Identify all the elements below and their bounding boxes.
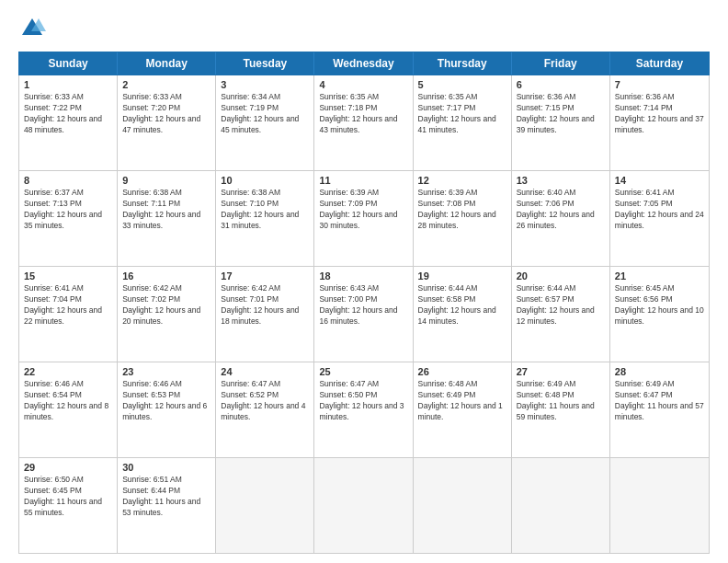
day-number: 19 (418, 270, 506, 282)
cell-info: Sunrise: 6:49 AMSunset: 6:47 PMDaylight:… (615, 379, 704, 423)
day-number: 16 (122, 270, 210, 282)
calendar-cell: 20Sunrise: 6:44 AMSunset: 6:57 PMDayligh… (512, 267, 610, 362)
cell-info: Sunrise: 6:36 AMSunset: 7:14 PMDaylight:… (615, 92, 704, 136)
day-number: 10 (221, 175, 309, 186)
cell-info: Sunrise: 6:37 AMSunset: 7:13 PMDaylight:… (24, 188, 112, 232)
cell-info: Sunrise: 6:46 AMSunset: 6:53 PMDaylight:… (122, 379, 210, 423)
day-number: 30 (122, 462, 210, 473)
cell-info: Sunrise: 6:42 AMSunset: 7:02 PMDaylight:… (122, 283, 210, 327)
calendar-cell: 13Sunrise: 6:40 AMSunset: 7:06 PMDayligh… (512, 171, 610, 266)
calendar-week-3: 15Sunrise: 6:41 AMSunset: 7:04 PMDayligh… (19, 267, 709, 362)
cell-info: Sunrise: 6:41 AMSunset: 7:04 PMDaylight:… (24, 283, 112, 327)
calendar-cell: 21Sunrise: 6:45 AMSunset: 6:56 PMDayligh… (610, 267, 709, 362)
day-number: 28 (615, 366, 704, 377)
day-number: 23 (122, 366, 210, 377)
day-number: 12 (418, 175, 506, 186)
cell-info: Sunrise: 6:45 AMSunset: 6:56 PMDaylight:… (615, 283, 704, 327)
calendar-cell: 7Sunrise: 6:36 AMSunset: 7:14 PMDaylight… (610, 75, 709, 170)
header-day-thursday: Thursday (414, 52, 512, 75)
calendar-cell: 5Sunrise: 6:35 AMSunset: 7:17 PMDaylight… (414, 75, 512, 170)
cell-info: Sunrise: 6:44 AMSunset: 6:58 PMDaylight:… (418, 283, 506, 327)
calendar-cell: 4Sunrise: 6:35 AMSunset: 7:18 PMDaylight… (314, 75, 413, 170)
calendar-cell: 6Sunrise: 6:36 AMSunset: 7:15 PMDaylight… (512, 75, 610, 170)
cell-info: Sunrise: 6:42 AMSunset: 7:01 PMDaylight:… (221, 283, 309, 327)
cell-info: Sunrise: 6:33 AMSunset: 7:22 PMDaylight:… (24, 92, 112, 136)
calendar-cell: 27Sunrise: 6:49 AMSunset: 6:48 PMDayligh… (512, 362, 610, 457)
calendar-cell (414, 458, 512, 553)
cell-info: Sunrise: 6:40 AMSunset: 7:06 PMDaylight:… (517, 188, 605, 232)
cell-info: Sunrise: 6:36 AMSunset: 7:15 PMDaylight:… (517, 92, 605, 136)
day-number: 27 (517, 366, 605, 377)
cell-info: Sunrise: 6:46 AMSunset: 6:54 PMDaylight:… (24, 379, 112, 423)
calendar-cell: 10Sunrise: 6:38 AMSunset: 7:10 PMDayligh… (216, 171, 314, 266)
header-day-friday: Friday (512, 52, 610, 75)
calendar-cell: 8Sunrise: 6:37 AMSunset: 7:13 PMDaylight… (19, 171, 118, 266)
day-number: 18 (319, 270, 407, 282)
calendar-week-4: 22Sunrise: 6:46 AMSunset: 6:54 PMDayligh… (19, 362, 709, 458)
cell-info: Sunrise: 6:47 AMSunset: 6:50 PMDaylight:… (319, 379, 407, 423)
calendar-cell: 2Sunrise: 6:33 AMSunset: 7:20 PMDaylight… (118, 75, 216, 170)
calendar-cell: 9Sunrise: 6:38 AMSunset: 7:11 PMDaylight… (118, 171, 216, 266)
day-number: 4 (319, 79, 407, 90)
calendar-cell: 30Sunrise: 6:51 AMSunset: 6:44 PMDayligh… (118, 458, 216, 553)
calendar-cell: 26Sunrise: 6:48 AMSunset: 6:49 PMDayligh… (414, 362, 512, 457)
day-number: 14 (615, 175, 704, 186)
cell-info: Sunrise: 6:44 AMSunset: 6:57 PMDaylight:… (517, 283, 605, 327)
calendar-cell (610, 458, 709, 553)
calendar-cell: 16Sunrise: 6:42 AMSunset: 7:02 PMDayligh… (118, 267, 216, 362)
calendar-cell: 23Sunrise: 6:46 AMSunset: 6:53 PMDayligh… (118, 362, 216, 457)
day-number: 29 (24, 462, 112, 473)
cell-info: Sunrise: 6:35 AMSunset: 7:18 PMDaylight:… (319, 92, 407, 136)
cell-info: Sunrise: 6:50 AMSunset: 6:45 PMDaylight:… (24, 475, 112, 519)
cell-info: Sunrise: 6:33 AMSunset: 7:20 PMDaylight:… (122, 92, 210, 136)
cell-info: Sunrise: 6:47 AMSunset: 6:52 PMDaylight:… (221, 379, 309, 423)
cell-info: Sunrise: 6:34 AMSunset: 7:19 PMDaylight:… (221, 92, 309, 136)
calendar-header: SundayMondayTuesdayWednesdayThursdayFrid… (18, 52, 710, 75)
day-number: 9 (122, 175, 210, 186)
cell-info: Sunrise: 6:43 AMSunset: 7:00 PMDaylight:… (319, 283, 407, 327)
day-number: 2 (122, 79, 210, 90)
header-day-monday: Monday (118, 52, 216, 75)
cell-info: Sunrise: 6:49 AMSunset: 6:48 PMDaylight:… (517, 379, 605, 423)
cell-info: Sunrise: 6:41 AMSunset: 7:05 PMDaylight:… (615, 188, 704, 232)
calendar-cell: 22Sunrise: 6:46 AMSunset: 6:54 PMDayligh… (19, 362, 118, 457)
cell-info: Sunrise: 6:35 AMSunset: 7:17 PMDaylight:… (418, 92, 506, 136)
calendar-cell: 12Sunrise: 6:39 AMSunset: 7:08 PMDayligh… (414, 171, 512, 266)
calendar-cell: 28Sunrise: 6:49 AMSunset: 6:47 PMDayligh… (610, 362, 709, 457)
header-day-wednesday: Wednesday (314, 52, 413, 75)
calendar-cell: 14Sunrise: 6:41 AMSunset: 7:05 PMDayligh… (610, 171, 709, 266)
cell-info: Sunrise: 6:38 AMSunset: 7:10 PMDaylight:… (221, 188, 309, 232)
day-number: 13 (517, 175, 605, 186)
header-day-saturday: Saturday (610, 52, 709, 75)
day-number: 25 (319, 366, 407, 377)
calendar-cell (314, 458, 413, 553)
cell-info: Sunrise: 6:38 AMSunset: 7:11 PMDaylight:… (122, 188, 210, 232)
calendar-body: 1Sunrise: 6:33 AMSunset: 7:22 PMDaylight… (18, 75, 710, 554)
header-day-tuesday: Tuesday (216, 52, 314, 75)
calendar-cell: 15Sunrise: 6:41 AMSunset: 7:04 PMDayligh… (19, 267, 118, 362)
day-number: 8 (24, 175, 112, 186)
calendar-cell: 3Sunrise: 6:34 AMSunset: 7:19 PMDaylight… (216, 75, 314, 170)
day-number: 11 (319, 175, 407, 186)
logo (18, 15, 50, 42)
cell-info: Sunrise: 6:51 AMSunset: 6:44 PMDaylight:… (122, 475, 210, 519)
day-number: 15 (24, 270, 112, 282)
calendar-cell: 11Sunrise: 6:39 AMSunset: 7:09 PMDayligh… (314, 171, 413, 266)
day-number: 5 (418, 79, 506, 90)
calendar-week-5: 29Sunrise: 6:50 AMSunset: 6:45 PMDayligh… (19, 458, 709, 553)
cell-info: Sunrise: 6:48 AMSunset: 6:49 PMDaylight:… (418, 379, 506, 423)
calendar-week-1: 1Sunrise: 6:33 AMSunset: 7:22 PMDaylight… (19, 75, 709, 171)
cell-info: Sunrise: 6:39 AMSunset: 7:08 PMDaylight:… (418, 188, 506, 232)
calendar-cell: 17Sunrise: 6:42 AMSunset: 7:01 PMDayligh… (216, 267, 314, 362)
day-number: 1 (24, 79, 112, 90)
calendar-cell: 24Sunrise: 6:47 AMSunset: 6:52 PMDayligh… (216, 362, 314, 457)
calendar: SundayMondayTuesdayWednesdayThursdayFrid… (18, 52, 710, 554)
cell-info: Sunrise: 6:39 AMSunset: 7:09 PMDaylight:… (319, 188, 407, 232)
day-number: 17 (221, 270, 309, 282)
day-number: 24 (221, 366, 309, 377)
day-number: 26 (418, 366, 506, 377)
page-header (18, 15, 710, 42)
calendar-cell: 19Sunrise: 6:44 AMSunset: 6:58 PMDayligh… (414, 267, 512, 362)
calendar-cell (512, 458, 610, 553)
day-number: 21 (615, 270, 704, 282)
